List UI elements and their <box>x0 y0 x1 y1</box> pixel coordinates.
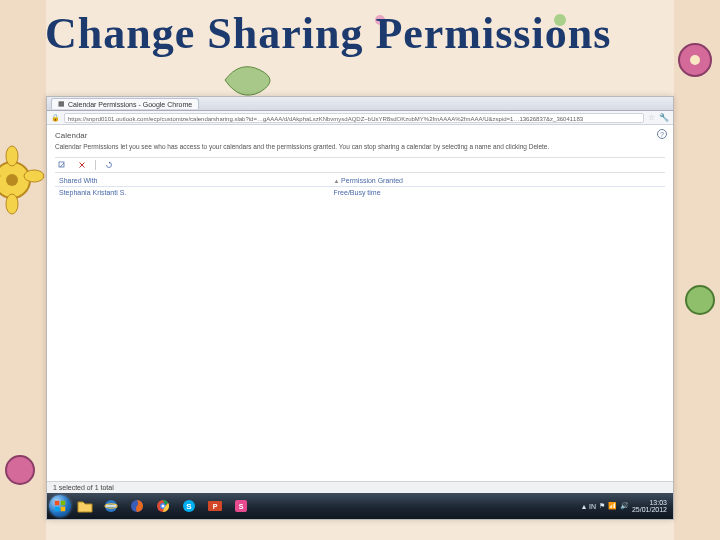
skype-icon: S <box>181 498 197 514</box>
svg-point-11 <box>686 286 714 314</box>
tab-title: Calendar Permissions - Google Chrome <box>68 101 192 108</box>
svg-point-10 <box>690 55 700 65</box>
selection-status-bar: 1 selected of 1 total <box>47 481 673 493</box>
svg-rect-16 <box>55 501 60 506</box>
col-shared-with[interactable]: Shared With <box>55 175 330 187</box>
chrome-url-bar: 🔒 https://snprd0101.outlook.com/ecp/cust… <box>47 111 673 125</box>
edit-button[interactable] <box>55 160 69 170</box>
taskbar-app-ie[interactable] <box>99 495 123 517</box>
tray-expand-icon[interactable]: ▴ <box>582 502 586 511</box>
svg-point-8 <box>6 194 18 214</box>
col-permission-granted[interactable]: ▲ Permission Granted <box>330 175 666 187</box>
svg-point-6 <box>24 170 44 182</box>
toolbar-divider <box>95 160 96 170</box>
taskbar-app-explorer[interactable] <box>73 495 97 517</box>
volume-icon[interactable]: 🔊 <box>620 502 629 510</box>
system-tray: ▴ IN ⚑ 📶 🔊 13:03 25/01/2012 <box>582 499 671 513</box>
app-icon: S <box>233 498 249 514</box>
svg-rect-15 <box>59 162 64 167</box>
firefox-icon <box>129 498 145 514</box>
svg-text:P: P <box>213 503 218 510</box>
bookmark-star-icon[interactable]: ☆ <box>648 113 655 122</box>
lock-icon: 🔒 <box>51 114 60 122</box>
delete-button[interactable] <box>75 160 89 170</box>
powerpoint-icon: P <box>207 498 223 514</box>
table-header-row: Shared With ▲ Permission Granted <box>55 175 665 187</box>
windows-taskbar: S P S ▴ IN ⚑ 📶 🔊 13:03 25/01/2012 <box>47 493 673 519</box>
folder-icon <box>77 498 93 514</box>
clock-time: 13:03 <box>632 499 667 506</box>
svg-rect-19 <box>61 507 66 512</box>
chrome-tab-strip: ▦ Calendar Permissions - Google Chrome <box>47 97 673 111</box>
taskbar-app-generic[interactable]: S <box>229 495 253 517</box>
start-button[interactable] <box>49 495 71 517</box>
svg-point-7 <box>6 146 18 166</box>
svg-rect-18 <box>55 507 60 512</box>
taskbar-clock[interactable]: 13:03 25/01/2012 <box>632 499 667 513</box>
clock-date: 25/01/2012 <box>632 506 667 513</box>
taskbar-app-chrome[interactable] <box>151 495 175 517</box>
svg-point-12 <box>6 456 34 484</box>
ie-icon <box>103 498 119 514</box>
refresh-icon <box>105 161 113 169</box>
address-input[interactable]: https://snprd0101.outlook.com/ecp/custom… <box>64 113 644 123</box>
taskbar-app-skype[interactable]: S <box>177 495 201 517</box>
svg-point-25 <box>162 505 165 508</box>
slide-title: Change Sharing Permissions <box>45 8 611 59</box>
refresh-button[interactable] <box>102 160 116 170</box>
svg-text:S: S <box>186 502 192 511</box>
taskbar-app-firefox[interactable] <box>125 495 149 517</box>
tab-favicon: ▦ <box>58 100 65 108</box>
delete-icon <box>78 161 86 169</box>
language-indicator[interactable]: IN <box>589 503 596 510</box>
page-description: Calendar Permissions let you see who has… <box>55 143 665 151</box>
page-content: ? Calendar Calendar Permissions let you … <box>47 125 673 481</box>
wrench-icon[interactable]: 🔧 <box>659 113 669 122</box>
action-center-icon[interactable]: ⚑ <box>599 502 605 510</box>
selection-status-text: 1 selected of 1 total <box>53 484 114 491</box>
permissions-toolbar <box>55 157 665 173</box>
windows-logo-icon <box>54 500 66 512</box>
taskbar-app-powerpoint[interactable]: P <box>203 495 227 517</box>
cell-shared-name: Stephania Kristanti S. <box>55 186 330 198</box>
cell-permission: Free/Busy time <box>330 186 666 198</box>
svg-rect-2 <box>674 0 720 540</box>
help-icon[interactable]: ? <box>657 129 667 139</box>
chrome-icon <box>155 498 171 514</box>
browser-window: ▦ Calendar Permissions - Google Chrome 🔒… <box>46 96 674 520</box>
edit-icon <box>58 161 66 169</box>
svg-rect-17 <box>61 501 66 506</box>
svg-point-4 <box>6 174 18 186</box>
table-row[interactable]: Stephania Kristanti S. Free/Busy time <box>55 186 665 198</box>
permissions-table: Shared With ▲ Permission Granted Stephan… <box>55 175 665 198</box>
page-heading: Calendar <box>55 131 665 140</box>
network-icon[interactable]: 📶 <box>608 502 617 510</box>
sort-asc-icon: ▲ <box>334 178 342 184</box>
svg-text:S: S <box>239 503 244 510</box>
browser-tab[interactable]: ▦ Calendar Permissions - Google Chrome <box>51 98 199 109</box>
